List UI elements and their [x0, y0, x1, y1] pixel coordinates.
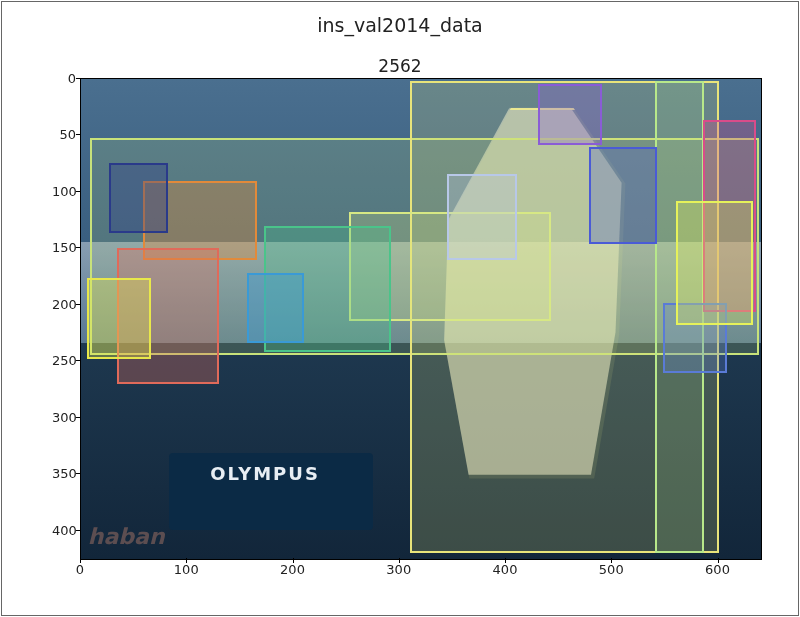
plot-axes: OLYMPUS haban — [80, 78, 762, 560]
annotation-navy-box — [109, 163, 169, 233]
annotation-blue-small — [247, 273, 304, 343]
annotation-yellow-blob-right — [676, 201, 753, 325]
y-tick-label: 50 — [52, 127, 76, 142]
y-tick-label: 400 — [52, 522, 76, 537]
y-tick-label: 250 — [52, 353, 76, 368]
x-tick-label: 600 — [705, 562, 730, 577]
y-tickmark — [76, 78, 81, 79]
annotation-pale-spect — [447, 174, 517, 260]
y-tickmark — [76, 134, 81, 135]
y-tick-label: 150 — [52, 240, 76, 255]
annotation-arm-box — [589, 147, 657, 244]
y-tick-label: 100 — [52, 183, 76, 198]
y-tick-label: 0 — [52, 71, 76, 86]
x-tick-label: 300 — [386, 562, 411, 577]
watermark-text: haban — [88, 524, 165, 549]
y-tick-label: 300 — [52, 409, 76, 424]
x-tick-label: 200 — [280, 562, 305, 577]
annotation-yellow-low-left — [87, 278, 151, 359]
x-tick-label: 500 — [599, 562, 624, 577]
y-tick-label: 200 — [52, 296, 76, 311]
figure: ins_val2014_data 2562 OLYMPUS haban 0100… — [1, 1, 799, 616]
x-tick-label: 0 — [76, 562, 84, 577]
annotation-hat-top — [538, 84, 602, 145]
figure-suptitle: ins_val2014_data — [2, 14, 798, 36]
axes-title: 2562 — [2, 56, 798, 76]
x-tick-label: 100 — [174, 562, 199, 577]
sponsor-banner-text: OLYMPUS — [210, 463, 320, 484]
y-tick-label: 350 — [52, 466, 76, 481]
x-tick-label: 400 — [493, 562, 518, 577]
